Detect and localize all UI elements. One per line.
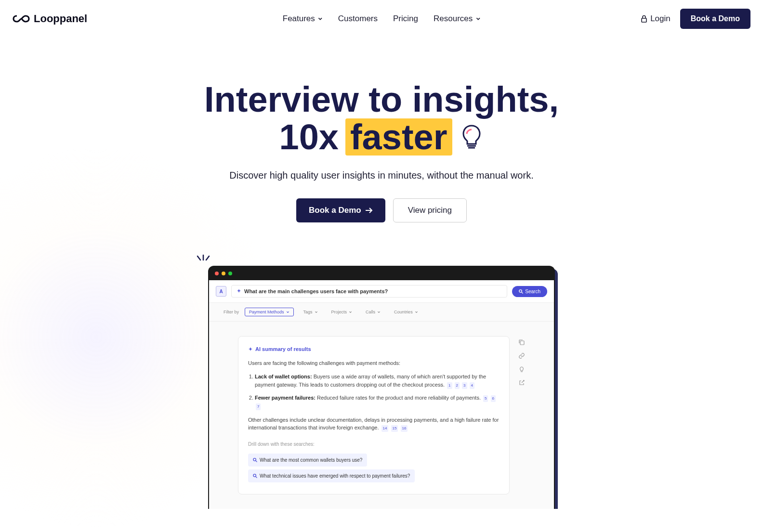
sparkle-decoration-icon <box>196 254 211 270</box>
brand-name: Looppanel <box>34 13 87 25</box>
login-link[interactable]: Login <box>641 14 671 24</box>
copy-icon[interactable] <box>518 339 525 346</box>
svg-rect-0 <box>642 18 646 22</box>
svg-point-3 <box>519 290 522 292</box>
search-icon <box>519 289 523 294</box>
chevron-down-icon <box>349 311 352 314</box>
lightbulb-icon <box>459 123 484 152</box>
filter-countries[interactable]: Countries <box>390 308 422 316</box>
window-maximize-icon <box>228 272 232 275</box>
reference-link[interactable]: 15 <box>391 425 398 432</box>
search-icon <box>253 458 257 462</box>
side-action-icons <box>518 336 525 386</box>
reference-link[interactable]: 6 <box>491 395 496 402</box>
nav-features[interactable]: Features <box>283 14 323 24</box>
arrow-right-icon <box>365 207 373 214</box>
chevron-down-icon <box>377 311 381 314</box>
chevron-down-icon <box>318 16 323 21</box>
drill-suggestion-1[interactable]: What are the most common wallets buyers … <box>248 454 367 467</box>
nav-customers[interactable]: Customers <box>338 14 378 24</box>
hero-cta-group: Book a Demo View pricing <box>10 198 753 222</box>
hero-highlight: faster <box>345 118 452 156</box>
badge-a[interactable]: A <box>216 286 226 297</box>
summary-other: Other challenges include unclear documen… <box>248 416 500 432</box>
search-button[interactable]: Search <box>512 286 547 297</box>
reference-link[interactable]: 16 <box>401 425 408 432</box>
filter-row: Filter by Payment Methods Tags Projects … <box>209 303 554 322</box>
hero-subtitle: Discover high quality user insights in m… <box>10 170 753 181</box>
main-nav: Features Customers Pricing Resources <box>283 14 481 24</box>
site-header: Looppanel Features Customers Pricing Res… <box>0 0 763 38</box>
svg-point-5 <box>253 474 256 477</box>
window-close-icon <box>215 272 219 275</box>
lightbulb-icon[interactable] <box>518 366 525 373</box>
app-preview: A What are the main challenges users fac… <box>208 266 555 509</box>
hero-headline: Interview to insights, 10x faster <box>10 81 753 156</box>
hero-book-demo-button[interactable]: Book a Demo <box>296 198 385 222</box>
app-searchbar: A What are the main challenges users fac… <box>209 280 554 303</box>
nav-pricing[interactable]: Pricing <box>393 14 418 24</box>
window-titlebar <box>209 267 554 280</box>
reference-link[interactable]: 7 <box>256 403 261 410</box>
svg-rect-6 <box>520 341 524 345</box>
summary-item-1: Lack of wallet options: Buyers use a wid… <box>255 373 500 389</box>
drill-down-label: Drill down with these searches: <box>248 441 500 448</box>
filter-by-label: Filter by <box>224 310 239 314</box>
reference-link[interactable]: 3 <box>462 382 467 389</box>
svg-point-4 <box>253 458 256 461</box>
window-minimize-icon <box>222 272 225 275</box>
link-icon[interactable] <box>518 352 525 359</box>
filter-tags[interactable]: Tags <box>300 308 322 316</box>
header-actions: Login Book a Demo <box>641 9 750 29</box>
ai-summary-card: AI summary of results Users are facing t… <box>238 336 510 494</box>
app-window-mockup: A What are the main challenges users fac… <box>208 266 555 509</box>
filter-projects[interactable]: Projects <box>328 308 356 316</box>
sparkle-icon <box>237 289 241 294</box>
chevron-down-icon <box>415 311 418 314</box>
infinity-icon <box>13 14 30 24</box>
search-input[interactable]: What are the main challenges users face … <box>231 285 507 298</box>
reference-link[interactable]: 1 <box>447 382 452 389</box>
reference-link[interactable]: 4 <box>470 382 474 389</box>
reference-link[interactable]: 2 <box>455 382 460 389</box>
drill-suggestion-2[interactable]: What technical issues have emerged with … <box>248 469 415 482</box>
search-icon <box>253 474 257 478</box>
nav-resources[interactable]: Resources <box>434 14 480 24</box>
summary-item-2: Fewer payment failures: Reduced failure … <box>255 394 500 410</box>
filter-calls[interactable]: Calls <box>362 308 384 316</box>
book-demo-button[interactable]: Book a Demo <box>680 9 750 29</box>
filter-payment-methods[interactable]: Payment Methods <box>245 308 294 316</box>
hero-section: Interview to insights, 10x faster Discov… <box>0 38 763 242</box>
sparkle-icon <box>248 347 253 352</box>
chevron-down-icon <box>315 311 318 314</box>
chevron-down-icon <box>286 311 289 314</box>
brand-logo[interactable]: Looppanel <box>13 13 87 25</box>
reference-link[interactable]: 5 <box>483 395 488 402</box>
chevron-down-icon <box>475 16 480 21</box>
summary-intro: Users are facing the following challenge… <box>248 359 500 367</box>
lock-icon <box>641 15 647 23</box>
view-pricing-button[interactable]: View pricing <box>393 198 467 222</box>
external-link-icon[interactable] <box>518 379 525 386</box>
reference-link[interactable]: 14 <box>382 425 389 432</box>
summary-title: AI summary of results <box>248 345 500 353</box>
